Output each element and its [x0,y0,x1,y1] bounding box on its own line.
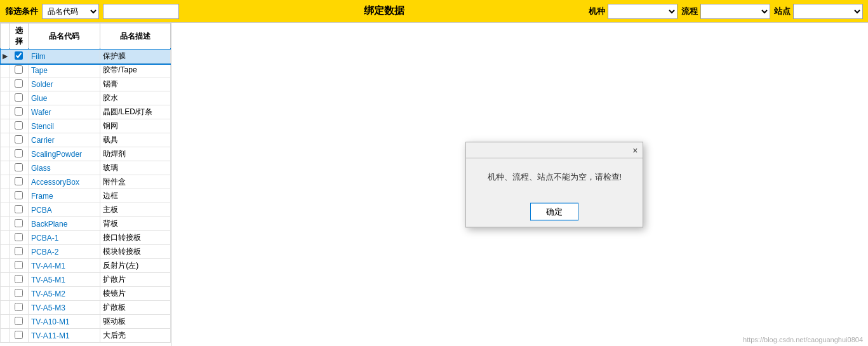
dialog-close-button[interactable]: × [631,145,639,155]
machine-select[interactable] [608,4,678,19]
table-row[interactable]: ▶Film保护膜 [1,50,171,63]
checkbox-cell [10,329,29,343]
table-row[interactable]: PCBA-1接口转接板 [1,231,171,245]
row-checkbox[interactable] [15,191,23,199]
checkbox-cell [10,217,29,231]
table-area: 选择 品名代码 品名描述 ▶Film保护膜Tape胶带/TapeSolder锡膏… [0,23,171,346]
row-checkbox[interactable] [15,79,23,88]
table-row[interactable]: Tape胶带/Tape [1,63,171,77]
process-group: 流程 [681,4,770,19]
table-row[interactable]: TV-A10-M1驱动板 [1,315,171,329]
row-indicator [1,175,10,189]
row-checkbox[interactable] [15,275,23,283]
checkbox-cell [10,301,29,315]
row-checkbox[interactable] [15,51,23,60]
filter-input[interactable] [103,4,179,19]
desc-cell: 玻璃 [100,161,171,175]
table-row[interactable]: AccessoryBox附件盒 [1,175,171,189]
row-checkbox[interactable] [15,331,23,339]
code-cell: TV-A11-M1 [29,329,100,343]
station-select[interactable] [793,4,863,19]
dialog-confirm-button[interactable]: 确定 [530,203,578,220]
table-row[interactable]: Solder锡膏 [1,77,171,91]
row-checkbox[interactable] [15,121,23,130]
row-checkbox[interactable] [15,317,23,325]
code-cell: PCBA [29,203,100,217]
row-checkbox[interactable] [15,135,23,143]
main-area: 选择 品名代码 品名描述 ▶Film保护膜Tape胶带/TapeSolder锡膏… [0,23,868,346]
table-row[interactable]: TV-A5-M2棱镜片 [1,287,171,301]
row-checkbox[interactable] [15,177,23,185]
station-label: 站点 [774,6,791,17]
table-row[interactable]: TV-A5-M3扩散板 [1,301,171,315]
row-checkbox[interactable] [15,289,23,297]
checkbox-cell [10,245,29,259]
row-indicator [1,63,10,77]
table-row[interactable]: Glass玻璃 [1,161,171,175]
checkbox-cell [10,147,29,161]
row-checkbox[interactable] [15,247,23,255]
row-indicator [1,245,10,259]
desc-cell: 主板 [100,203,171,217]
code-cell: Tape [29,63,100,77]
station-group: 站点 [774,4,863,19]
row-indicator: ▶ [1,50,10,63]
table-row[interactable]: PCBA-2模块转接板 [1,245,171,259]
code-cell: Glass [29,161,100,175]
row-checkbox[interactable] [15,163,23,171]
table-row[interactable]: Stencil钢网 [1,119,171,133]
filter-select[interactable]: 品名代码 品名描述 [42,4,99,19]
table-row[interactable]: Glue胶水 [1,91,171,105]
table-row[interactable]: ScalingPowder助焊剂 [1,147,171,161]
row-checkbox[interactable] [15,93,23,102]
data-table: 选择 品名代码 品名描述 ▶Film保护膜Tape胶带/TapeSolder锡膏… [0,23,171,343]
desc-cell: 模块转接板 [100,245,171,259]
checkbox-cell [10,63,29,77]
row-indicator [1,259,10,273]
row-checkbox[interactable] [15,149,23,157]
checkbox-cell [10,133,29,147]
row-checkbox[interactable] [15,261,23,269]
page-title: 绑定数据 [183,4,585,18]
row-indicator [1,133,10,147]
code-cell: Film [29,50,100,63]
machine-label: 机种 [589,6,605,17]
row-indicator [1,147,10,161]
row-checkbox[interactable] [15,219,23,227]
code-cell: TV-A5-M3 [29,301,100,315]
checkbox-cell [10,161,29,175]
checkbox-cell [10,189,29,203]
code-cell: Glue [29,91,100,105]
machine-group: 机种 [589,4,678,19]
code-cell: TV-A10-M1 [29,315,100,329]
table-row[interactable]: Wafer晶圆/LED/灯条 [1,105,171,119]
desc-cell: 棱镜片 [100,287,171,301]
table-row[interactable]: TV-A5-M1扩散片 [1,273,171,287]
desc-cell: 扩散板 [100,301,171,315]
row-indicator [1,77,10,91]
dialog-body: 机种、流程、站点不能为空，请检查! [466,158,643,199]
row-checkbox[interactable] [15,233,23,241]
row-checkbox[interactable] [15,205,23,213]
desc-cell: 背板 [100,217,171,231]
row-indicator [1,231,10,245]
desc-cell: 扩散片 [100,273,171,287]
table-row[interactable]: Carrier载具 [1,133,171,147]
row-checkbox[interactable] [15,65,23,74]
table-row[interactable]: PCBA主板 [1,203,171,217]
row-checkbox[interactable] [15,303,23,311]
desc-cell: 接口转接板 [100,231,171,245]
table-row[interactable]: TV-A4-M1反射片(左) [1,259,171,273]
desc-cell: 胶带/Tape [100,63,171,77]
table-row[interactable]: BackPlane背板 [1,217,171,231]
row-checkbox[interactable] [15,107,23,116]
checkbox-cell [10,91,29,105]
dialog-overlay: × 机种、流程、站点不能为空，请检查! 确定 [171,23,868,346]
code-cell: Frame [29,189,100,203]
table-row[interactable]: TV-A11-M1大后壳 [1,329,171,343]
checkbox-cell [10,175,29,189]
checkbox-cell [10,273,29,287]
process-select[interactable] [700,4,770,19]
code-cell: ScalingPowder [29,147,100,161]
table-row[interactable]: Frame边框 [1,189,171,203]
